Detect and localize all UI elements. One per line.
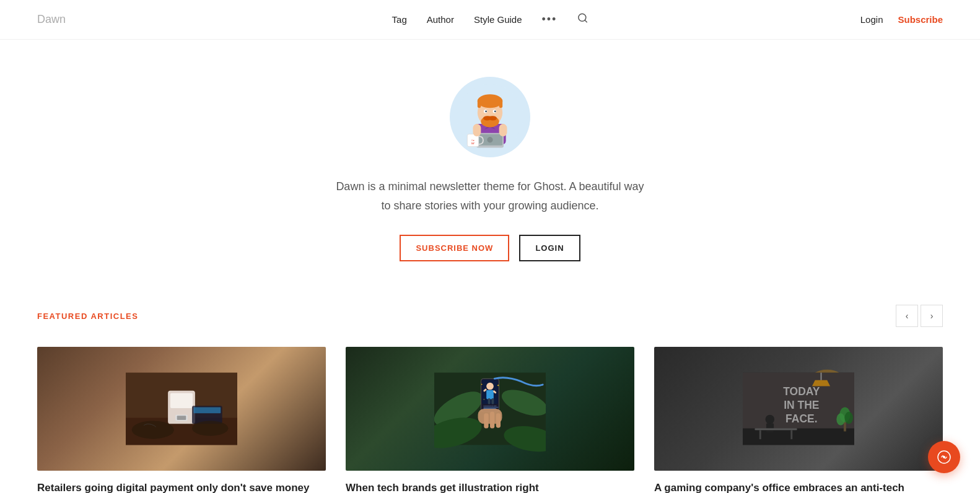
- svg-rect-73: [821, 373, 822, 380]
- svg-text:✦: ✦: [483, 399, 485, 401]
- svg-point-76: [943, 456, 945, 458]
- featured-header: FEATURED ARTICLES ‹ ›: [37, 305, 943, 327]
- subscribe-now-button[interactable]: SUBSCRIBE NOW: [400, 235, 509, 261]
- svg-marker-74: [812, 380, 830, 386]
- svg-rect-55: [484, 413, 488, 428]
- svg-rect-22: [473, 124, 481, 136]
- svg-point-64: [765, 415, 774, 424]
- article-card-1[interactable]: Retailers going digital payment only don…: [37, 347, 326, 493]
- featured-title: FEATURED ARTICLES: [37, 312, 138, 321]
- nav-tag-link[interactable]: Tag: [392, 14, 407, 25]
- svg-point-6: [478, 94, 502, 108]
- svg-point-71: [836, 413, 845, 425]
- svg-point-41: [486, 383, 494, 390]
- svg-point-11: [489, 116, 497, 120]
- article-title-1: Retailers going digital payment only don…: [37, 481, 326, 493]
- login-link[interactable]: Login: [860, 14, 883, 25]
- svg-text:IN THE: IN THE: [784, 399, 819, 411]
- carousel-arrows: ‹ ›: [896, 305, 943, 327]
- svg-rect-54: [490, 412, 494, 429]
- svg-rect-44: [491, 398, 494, 404]
- svg-rect-43: [488, 398, 491, 404]
- svg-point-18: [487, 137, 492, 142]
- svg-text:I ♥: I ♥: [471, 139, 474, 142]
- articles-grid: Retailers going digital payment only don…: [37, 347, 943, 493]
- hero-section: I ♥ NY Dawn is a minimal newsletter them…: [0, 40, 980, 292]
- floating-action-button[interactable]: [928, 441, 960, 473]
- svg-rect-31: [193, 408, 221, 414]
- svg-text:TODAY: TODAY: [783, 385, 820, 398]
- nav-author-link[interactable]: Author: [427, 14, 454, 25]
- svg-point-15: [494, 110, 496, 112]
- article-title-2: When tech brands get illustration right: [346, 481, 634, 493]
- svg-rect-68: [790, 430, 792, 440]
- nav-right: Login Subscribe: [860, 14, 943, 25]
- svg-text:NY: NY: [471, 142, 475, 145]
- hero-buttons: SUBSCRIBE NOW LOGIN: [400, 235, 580, 261]
- svg-text:Visualising the data: Visualising the data: [483, 405, 497, 407]
- svg-line-1: [585, 20, 587, 22]
- nav-center: Tag Author Style Guide •••: [392, 12, 588, 27]
- svg-rect-29: [177, 416, 186, 420]
- nav-styleguide-link[interactable]: Style Guide: [474, 14, 522, 25]
- svg-rect-8: [499, 99, 503, 108]
- article-image-3: TODAY IN THE FACE.: [654, 347, 943, 471]
- site-logo[interactable]: Dawn: [37, 13, 66, 26]
- svg-rect-23: [499, 124, 507, 136]
- article-image-1: [37, 347, 326, 471]
- navbar: Dawn Tag Author Style Guide ••• Login Su…: [0, 0, 980, 40]
- svg-point-33: [192, 421, 228, 436]
- svg-rect-42: [486, 390, 494, 399]
- hero-description: Dawn is a minimal newsletter theme for G…: [336, 177, 644, 215]
- svg-rect-7: [478, 99, 481, 108]
- article-title-3: A gaming company's office embraces an an…: [654, 481, 943, 493]
- hero-avatar: I ♥ NY: [450, 77, 530, 157]
- featured-section: FEATURED ARTICLES ‹ ›: [0, 292, 980, 493]
- login-button[interactable]: LOGIN: [519, 235, 580, 261]
- svg-text:FACE.: FACE.: [785, 412, 818, 425]
- nav-more-dots[interactable]: •••: [542, 13, 558, 26]
- svg-text:✦: ✦: [497, 384, 499, 387]
- subscribe-link[interactable]: Subscribe: [898, 14, 943, 25]
- svg-rect-56: [496, 413, 501, 427]
- search-icon[interactable]: [577, 12, 588, 27]
- svg-rect-66: [755, 429, 797, 430]
- prev-arrow-button[interactable]: ‹: [896, 305, 918, 327]
- svg-point-72: [844, 412, 853, 424]
- article-card-2[interactable]: ✦ ✦ ✦ Visualising the data When tech b: [346, 347, 634, 493]
- svg-rect-52: [483, 408, 496, 409]
- svg-point-32: [132, 421, 174, 439]
- svg-rect-27: [170, 393, 193, 408]
- next-arrow-button[interactable]: ›: [921, 305, 943, 327]
- svg-rect-67: [759, 430, 761, 440]
- article-card-3[interactable]: TODAY IN THE FACE.: [654, 347, 943, 493]
- svg-point-14: [485, 110, 487, 112]
- svg-rect-51: [483, 407, 498, 408]
- svg-rect-65: [766, 424, 774, 433]
- article-image-2: ✦ ✦ ✦ Visualising the data: [346, 347, 634, 471]
